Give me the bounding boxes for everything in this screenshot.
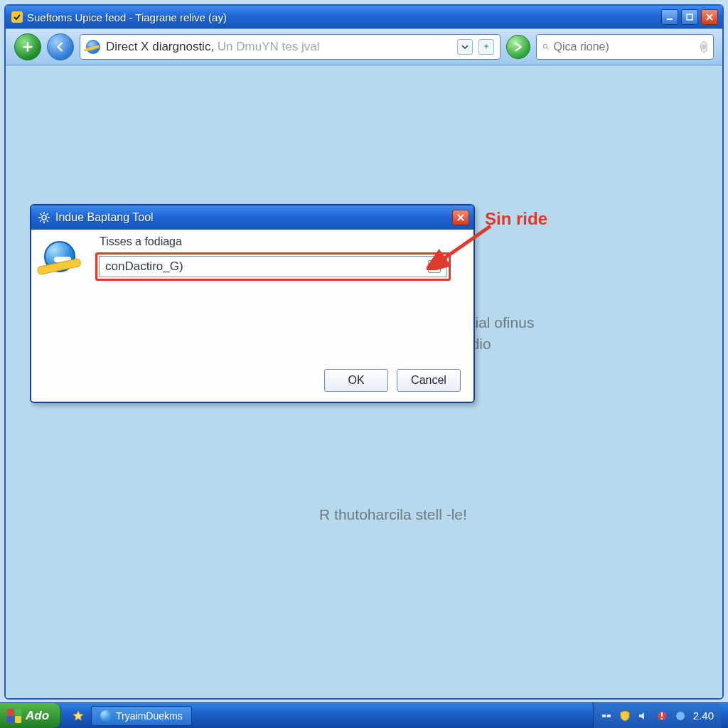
gear-icon (38, 212, 50, 223)
cancel-button[interactable]: Cancel (397, 369, 461, 392)
ie-icon (100, 710, 112, 722)
address-text: Direct X diargnostic, Un DmuYN tes jval (106, 40, 451, 54)
chevron-down-icon (431, 263, 438, 270)
search-input[interactable] (554, 41, 696, 53)
start-label: Ado (26, 709, 49, 723)
ie-icon (86, 40, 100, 54)
svg-point-7 (701, 45, 706, 50)
address-main: Direct X diargnostic, (106, 40, 218, 53)
window-title: Sueftoms Upice feod - Tiagrane relive (a… (11, 11, 658, 23)
svg-line-15 (47, 213, 48, 215)
window-title-text: Sueftoms Upice feod - Tiagrane relive (a… (27, 11, 227, 23)
combo-highlight: conDactiro_G) (95, 252, 451, 281)
taskbar-task-item[interactable]: TryaimDuekms (91, 706, 192, 726)
tray-update-icon[interactable] (656, 710, 668, 722)
tray-network-icon[interactable] (601, 710, 612, 722)
maximize-button[interactable] (681, 9, 698, 25)
close-icon (701, 44, 707, 50)
toolbar: Direct X diargnostic, Un DmuYN tes jval (6, 28, 722, 65)
address-refresh-button[interactable] (478, 39, 494, 55)
tray-misc-icon[interactable] (675, 710, 686, 722)
dialog-app-icon (44, 241, 81, 278)
address-hint: Un DmuYN tes jval (218, 40, 320, 53)
tray-clock: 2.40 (693, 710, 714, 722)
taskbar: Ado TryaimDuekms 2.40 (0, 702, 728, 728)
svg-line-16 (40, 220, 41, 222)
search-clear-button[interactable] (700, 41, 707, 53)
dialog-titlebar: Indue Baptang Tool (31, 205, 473, 230)
minimize-button[interactable] (661, 9, 678, 25)
ok-button[interactable]: OK (324, 369, 388, 392)
svg-line-13 (40, 213, 41, 215)
browser-window: Sueftoms Upice feod - Tiagrane relive (a… (4, 4, 724, 700)
arrow-left-icon (54, 41, 67, 53)
arrow-right-icon (512, 41, 525, 53)
svg-rect-24 (661, 718, 663, 719)
dialog-title: Indue Baptang Tool (55, 211, 446, 224)
sparkle-icon (482, 43, 491, 51)
svg-rect-20 (607, 714, 611, 717)
close-button[interactable] (701, 9, 718, 25)
chevron-down-icon (461, 43, 469, 50)
dialog-close-button[interactable] (452, 210, 469, 225)
annotation-label: Sin ride (485, 209, 547, 229)
svg-line-6 (547, 48, 548, 49)
star-icon (73, 710, 84, 722)
combo-value: conDactiro_G) (105, 259, 428, 274)
run-command-combo[interactable]: conDactiro_G) (99, 256, 447, 277)
forward-button[interactable] (47, 33, 74, 60)
app-icon (11, 11, 23, 23)
svg-point-8 (42, 215, 46, 220)
windows-logo-icon (7, 709, 21, 723)
tray-volume-icon[interactable] (638, 710, 649, 722)
back-button[interactable] (14, 33, 41, 60)
go-button[interactable] (506, 35, 530, 59)
svg-rect-2 (687, 14, 692, 20)
svg-line-14 (47, 220, 48, 222)
search-box[interactable] (536, 34, 714, 60)
task-item-label: TryaimDuekms (116, 710, 183, 722)
dialog-button-row: OK Cancel (324, 369, 461, 392)
start-button[interactable]: Ado (0, 703, 61, 728)
svg-rect-23 (661, 712, 663, 717)
run-dialog: Indue Baptang Tool Tisses a fodiaga conD… (30, 204, 475, 403)
titlebar: Sueftoms Upice feod - Tiagrane relive (a… (6, 6, 722, 28)
address-bar[interactable]: Direct X diargnostic, Un DmuYN tes jval (80, 34, 500, 60)
page-content: cial ofinus ldio R thutoharcila stell -l… (6, 65, 722, 698)
tray-shield-icon[interactable] (619, 710, 631, 722)
search-icon (542, 41, 550, 53)
close-icon (456, 213, 465, 222)
background-text-1: cial ofinus (468, 314, 534, 331)
plus-icon (21, 41, 34, 53)
quicklaunch-icon[interactable] (71, 709, 85, 723)
dialog-body: Tisses a fodiaga conDactiro_G) OK Cancel (31, 230, 473, 402)
background-text-footer: R thutoharcila stell -le! (269, 506, 518, 523)
svg-point-25 (676, 712, 685, 720)
system-tray: 2.40 (593, 703, 721, 728)
address-dropdown-button[interactable] (457, 39, 473, 55)
dialog-label: Tisses a fodiaga (100, 235, 182, 248)
combo-dropdown-button[interactable] (428, 260, 441, 273)
svg-rect-19 (602, 714, 606, 717)
svg-point-5 (543, 44, 547, 48)
svg-rect-0 (11, 11, 23, 23)
